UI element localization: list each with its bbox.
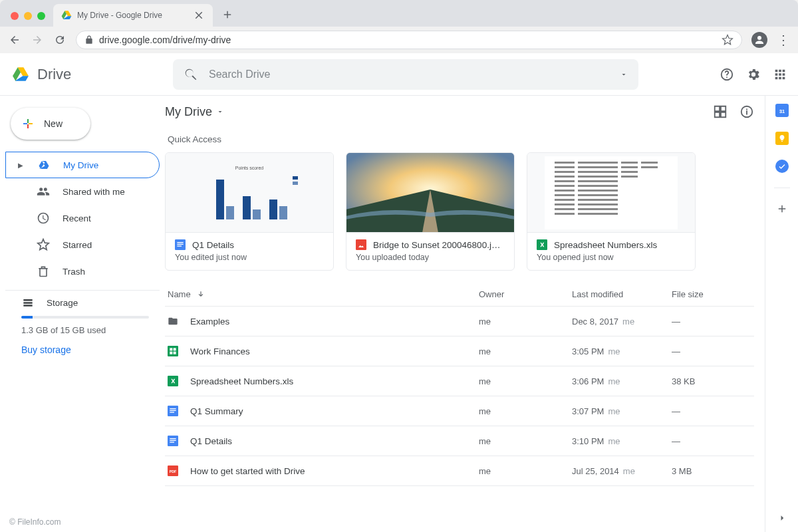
svg-rect-27 [555, 171, 575, 173]
folder-icon [168, 316, 178, 327]
breadcrumb-row: My Drive [165, 96, 754, 128]
file-name: Spreadsheet Numbers.xls [190, 376, 293, 386]
minimize-window[interactable] [24, 12, 32, 20]
clock-icon [36, 211, 51, 225]
doc-icon [168, 406, 178, 416]
file-list: Examples me Dec 8, 2017me — Work Finance… [165, 307, 754, 486]
back-button[interactable] [8, 33, 21, 47]
view-controls [713, 104, 754, 119]
card-subtitle: You edited just now [175, 253, 324, 262]
main-area: New ▶ My Drive Shared with me Recent Sta… [0, 96, 798, 532]
quick-access-card[interactable]: Spreadsheet Numbers.xls You opened just … [527, 152, 696, 271]
gear-icon[interactable] [746, 67, 761, 82]
file-row[interactable]: Spreadsheet Numbers.xls me 3:06 PMme 38 … [165, 366, 754, 396]
col-owner-header[interactable]: Owner [479, 289, 572, 299]
col-size-header[interactable]: File size [672, 289, 751, 299]
collapse-panel-icon[interactable] [776, 512, 788, 524]
svg-rect-46 [578, 208, 618, 210]
search-input[interactable] [209, 68, 609, 80]
file-row[interactable]: Q1 Summary me 3:07 PMme — [165, 396, 754, 426]
file-owner: me [479, 466, 572, 476]
svg-rect-37 [555, 190, 575, 192]
apps-grid-icon[interactable] [773, 67, 787, 82]
file-row[interactable]: Work Finances me 3:05 PMme — [165, 336, 754, 366]
svg-rect-32 [621, 176, 638, 178]
file-modified: 3:10 PMme [572, 436, 672, 446]
svg-rect-11 [293, 182, 298, 185]
browser-chrome: My Drive - Google Drive drive.google.com… [0, 0, 798, 53]
address-bar[interactable]: drive.google.com/drive/my-drive [76, 31, 742, 49]
maximize-window[interactable] [37, 12, 45, 20]
svg-rect-39 [555, 194, 575, 196]
breadcrumb[interactable]: My Drive [165, 105, 224, 119]
svg-rect-54 [174, 352, 176, 354]
search-icon [184, 67, 198, 82]
shared-icon [36, 185, 51, 198]
keep-icon[interactable] [775, 132, 789, 145]
file-row[interactable]: Examples me Dec 8, 2017me — [165, 307, 754, 336]
logo-area[interactable]: Drive [11, 66, 157, 83]
xls-icon [168, 376, 178, 386]
sidebar: New ▶ My Drive Shared with me Recent Sta… [0, 96, 160, 532]
drive-favicon [61, 10, 72, 21]
file-modified: Jul 25, 2014me [572, 466, 672, 476]
col-modified-header[interactable]: Last modified [572, 289, 672, 299]
file-size: 3 MB [672, 466, 751, 476]
svg-rect-57 [170, 408, 176, 409]
image-icon [356, 239, 366, 250]
sidebar-item-trash[interactable]: Trash [5, 258, 160, 285]
svg-rect-43 [555, 203, 575, 205]
file-name: Q1 Details [190, 436, 232, 446]
profile-avatar[interactable] [751, 32, 767, 48]
file-row[interactable]: Q1 Details me 3:10 PMme — [165, 426, 754, 456]
forward-button[interactable] [31, 33, 44, 47]
calendar-icon[interactable]: 31 [775, 104, 789, 117]
support-icon[interactable] [720, 67, 734, 82]
add-addon-icon[interactable] [776, 203, 788, 215]
sidebar-item-shared[interactable]: Shared with me [5, 178, 160, 205]
grid-view-icon[interactable] [713, 104, 728, 119]
svg-rect-40 [578, 194, 618, 196]
sheet-icon [168, 346, 178, 356]
file-modified: 3:05 PMme [572, 346, 672, 356]
storage-icon [21, 296, 35, 309]
search-bar[interactable] [173, 59, 638, 90]
quick-access-card[interactable]: Bridge to Sunset 200046800.jpeg You uplo… [346, 152, 515, 271]
file-row[interactable]: PDF How to get started with Drive me Jul… [165, 456, 754, 486]
buy-storage-link[interactable]: Buy storage [21, 344, 149, 355]
file-owner: me [479, 317, 572, 327]
quick-access-card[interactable]: Points scored Q1 Details You edited just… [165, 152, 334, 271]
svg-rect-47 [555, 213, 575, 215]
svg-rect-59 [170, 412, 174, 412]
browser-tab[interactable]: My Drive - Google Drive [53, 4, 213, 27]
sidebar-item-starred[interactable]: Starred [5, 231, 160, 258]
svg-rect-36 [578, 185, 618, 187]
sidebar-item-label: Recent [63, 213, 91, 223]
tasks-icon[interactable] [775, 160, 789, 173]
close-window[interactable] [11, 12, 19, 20]
svg-text:Points scored: Points scored [235, 166, 264, 170]
col-name-header[interactable]: Name [168, 289, 479, 299]
search-options-icon[interactable] [620, 70, 628, 78]
new-button[interactable]: New [11, 108, 90, 140]
file-owner: me [479, 376, 572, 386]
browser-menu-icon[interactable]: ⋮ [777, 32, 790, 48]
sidebar-item-my-drive[interactable]: ▶ My Drive [5, 152, 160, 178]
svg-text:31: 31 [779, 108, 784, 114]
svg-rect-30 [555, 176, 575, 178]
info-icon[interactable] [739, 104, 754, 119]
close-tab-icon[interactable] [193, 9, 205, 21]
svg-rect-10 [293, 176, 298, 180]
sort-arrow-icon [196, 290, 205, 299]
reload-button[interactable] [53, 33, 66, 47]
sidebar-item-recent[interactable]: Recent [5, 205, 160, 231]
bookmark-star-icon[interactable] [722, 34, 733, 46]
new-tab-button[interactable] [218, 5, 237, 24]
svg-rect-48 [578, 213, 618, 215]
new-button-label: New [44, 118, 63, 129]
svg-rect-24 [578, 166, 618, 168]
window-controls [5, 12, 53, 27]
preview-thumbnail [346, 153, 514, 233]
plus-icon [20, 116, 36, 132]
storage-used-text: 1.3 GB of 15 GB used [21, 325, 149, 335]
